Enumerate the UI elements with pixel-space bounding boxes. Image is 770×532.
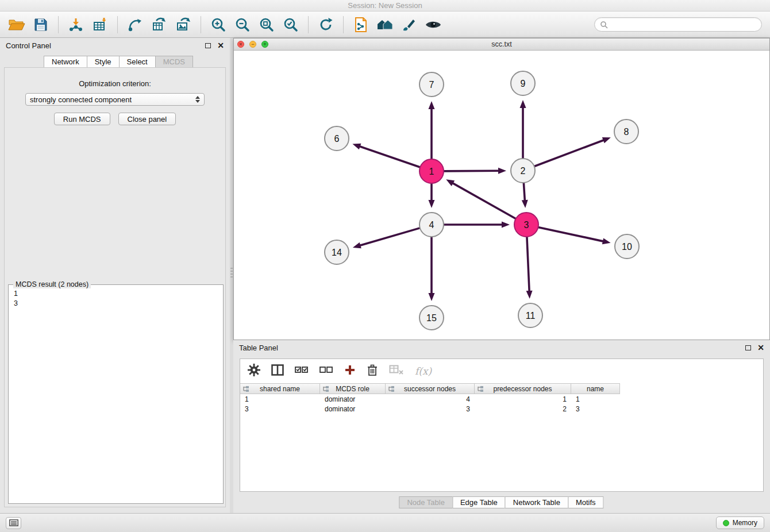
memory-button[interactable]: Memory xyxy=(716,516,764,529)
tab-network-table[interactable]: Network Table xyxy=(505,496,568,508)
close-table-panel-icon[interactable]: ✕ xyxy=(757,344,764,352)
graph-edge-3-1[interactable] xyxy=(446,179,515,218)
cell-successor-nodes[interactable]: 4 xyxy=(386,394,475,404)
column-header-mcds-role[interactable]: MCDS role xyxy=(320,384,386,394)
graph-node-1[interactable]: 1 xyxy=(419,159,444,183)
tab-network[interactable]: Network xyxy=(44,56,87,68)
cell-name[interactable]: 1 xyxy=(571,394,620,404)
graph-edge-1-4[interactable] xyxy=(429,184,435,208)
close-panel-icon[interactable]: ✕ xyxy=(217,41,224,49)
graph-node-9[interactable]: 9 xyxy=(511,71,535,95)
cell-predecessor-nodes[interactable]: 2 xyxy=(475,404,571,414)
tab-edge-table[interactable]: Edge Table xyxy=(452,496,506,508)
search-box[interactable] xyxy=(594,17,762,32)
import-table-button[interactable] xyxy=(88,14,112,36)
graph-edge-2-3[interactable] xyxy=(522,183,528,208)
graph-node-14[interactable]: 14 xyxy=(325,240,349,264)
export-image-button[interactable] xyxy=(171,14,195,36)
tab-style[interactable]: Style xyxy=(87,56,120,68)
show-columns-button[interactable] xyxy=(271,364,284,378)
graph-edge-4-15[interactable] xyxy=(429,237,435,301)
refresh-network-button[interactable] xyxy=(314,14,338,36)
cell-name[interactable]: 3 xyxy=(571,404,620,414)
close-window-button[interactable]: × xyxy=(237,41,244,48)
new-network-button[interactable] xyxy=(123,14,147,36)
tab-motifs[interactable]: Motifs xyxy=(568,496,604,508)
node-table-container: f(x) shared name xyxy=(240,358,764,492)
column-header-shared-name[interactable]: shared name xyxy=(240,384,320,394)
graph-edge-1-6[interactable] xyxy=(352,144,419,167)
graph-edge-2-9[interactable] xyxy=(520,100,526,158)
toolbar-separator xyxy=(308,16,309,33)
graph-node-7[interactable]: 7 xyxy=(419,72,444,97)
cell-mcds-role[interactable]: dominator xyxy=(320,394,386,404)
graph-edge-1-7[interactable] xyxy=(429,101,435,159)
tab-mcds[interactable]: MCDS xyxy=(155,56,193,68)
checked-boxes-icon xyxy=(295,365,309,375)
network-file-button[interactable] xyxy=(349,14,373,36)
zoom-selected-button[interactable] xyxy=(279,14,303,36)
graph-edge-3-11[interactable] xyxy=(526,237,533,299)
save-session-button[interactable] xyxy=(29,14,53,36)
status-bar: Memory xyxy=(0,513,770,532)
run-mcds-button[interactable]: Run MCDS xyxy=(54,113,110,125)
close-mcds-panel-button[interactable]: Close panel xyxy=(118,113,176,125)
search-input[interactable] xyxy=(611,20,756,29)
zoom-out-button[interactable] xyxy=(230,14,255,36)
zoom-in-button[interactable] xyxy=(206,14,230,36)
application-window: Session: New Session xyxy=(0,0,770,532)
graph-node-10[interactable]: 10 xyxy=(615,234,639,259)
zoom-fit-button[interactable] xyxy=(255,14,279,36)
graph-edge-4-3[interactable] xyxy=(444,222,510,228)
table-row[interactable]: 3 dominator 3 2 3 xyxy=(240,404,620,414)
optimization-criterion-select[interactable]: strongly connected component xyxy=(25,93,205,106)
window-titlebar: Session: New Session xyxy=(0,0,770,11)
graph-node-3[interactable]: 3 xyxy=(514,213,538,237)
cell-successor-nodes[interactable]: 3 xyxy=(386,404,475,414)
graph-edge-2-8[interactable] xyxy=(535,137,611,166)
graph-edge-4-14[interactable] xyxy=(353,228,419,248)
cell-mcds-role[interactable]: dominator xyxy=(320,404,386,414)
function-builder-button[interactable]: f(x) xyxy=(415,365,432,377)
table-row[interactable]: 1 dominator 4 1 1 xyxy=(240,394,620,404)
deselect-all-columns-button[interactable] xyxy=(319,365,333,377)
float-table-panel-icon[interactable] xyxy=(745,345,751,350)
show-hide-button[interactable] xyxy=(421,14,445,36)
cell-shared-name[interactable]: 1 xyxy=(240,394,320,404)
open-session-button[interactable] xyxy=(5,14,29,36)
graph-node-6[interactable]: 6 xyxy=(325,126,349,151)
table-settings-button[interactable] xyxy=(248,364,260,379)
control-panel: Control Panel ✕ Network Style Select MCD… xyxy=(0,38,230,513)
import-network-button[interactable] xyxy=(64,14,88,36)
minimize-window-button[interactable]: − xyxy=(249,41,256,48)
graph-node-2[interactable]: 2 xyxy=(511,159,535,183)
select-all-columns-button[interactable] xyxy=(295,365,309,377)
first-neighbors-button[interactable] xyxy=(373,14,397,36)
create-column-button[interactable] xyxy=(344,364,356,378)
style-button[interactable] xyxy=(397,14,421,36)
network-canvas[interactable]: 7968124314101511 xyxy=(234,51,769,339)
column-header-name[interactable]: name xyxy=(571,384,620,394)
tab-select[interactable]: Select xyxy=(119,56,156,68)
graph-node-11[interactable]: 11 xyxy=(518,303,542,327)
tab-node-table[interactable]: Node Table xyxy=(399,496,453,508)
graph-node-15[interactable]: 15 xyxy=(419,306,444,330)
export-table-button[interactable] xyxy=(147,14,171,36)
graph-edge-3-10[interactable] xyxy=(538,228,610,245)
open-folder-icon xyxy=(8,18,25,32)
cell-predecessor-nodes[interactable]: 1 xyxy=(475,394,571,404)
column-header-predecessor-nodes[interactable]: predecessor nodes xyxy=(475,384,571,394)
toolbar-separator xyxy=(58,16,59,33)
maximize-window-button[interactable]: + xyxy=(261,41,268,48)
column-header-successor-nodes[interactable]: successor nodes xyxy=(386,384,475,394)
cell-shared-name[interactable]: 3 xyxy=(240,404,320,414)
graph-node-4[interactable]: 4 xyxy=(419,213,444,237)
vertical-splitter-grip[interactable] xyxy=(230,268,233,279)
delete-column-button[interactable] xyxy=(367,364,378,379)
graph-edge-1-2[interactable] xyxy=(444,168,506,174)
mcds-panel: Optimization criterion: strongly connect… xyxy=(4,67,226,507)
float-panel-icon[interactable] xyxy=(205,43,211,48)
graph-node-8[interactable]: 8 xyxy=(614,119,638,144)
toggle-panels-button[interactable] xyxy=(6,517,21,529)
delete-table-button[interactable] xyxy=(389,365,404,377)
